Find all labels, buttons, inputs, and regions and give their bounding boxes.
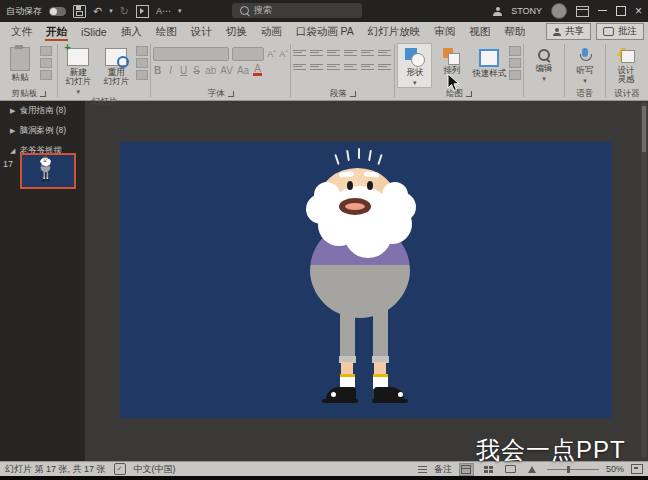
editing-button[interactable]: 编辑 ▾ xyxy=(526,43,562,83)
section-icon[interactable] xyxy=(136,70,148,80)
fit-to-window-icon[interactable] xyxy=(631,464,643,474)
underline-button[interactable]: U xyxy=(179,65,188,76)
cut-icon[interactable] xyxy=(40,46,52,56)
slide-canvas[interactable] xyxy=(120,142,612,418)
shape-fill-icon[interactable] xyxy=(509,46,521,56)
change-case-button[interactable]: Aa xyxy=(237,65,249,76)
increase-indent-icon[interactable] xyxy=(344,47,357,58)
quick-access-extra[interactable]: A⋯ xyxy=(156,6,171,17)
grow-font-icon[interactable]: Aˆ xyxy=(267,49,276,59)
save-icon[interactable] xyxy=(73,5,86,18)
section-list: ▶食用指南 (8)▶脑洞案例 (8)◢老爷爷摇摆 xyxy=(0,101,85,161)
share-button[interactable]: 共享 xyxy=(546,23,591,40)
tab-开始[interactable]: 开始 xyxy=(39,22,74,41)
tab-设计[interactable]: 设计 xyxy=(184,22,219,41)
bullets-icon[interactable] xyxy=(293,47,306,58)
text-shadow-button[interactable]: ab xyxy=(205,65,216,76)
arrange-button[interactable]: 排列 xyxy=(434,43,469,75)
comments-icon xyxy=(603,27,614,36)
tab-插入[interactable]: 插入 xyxy=(114,22,149,41)
reuse-slides-button[interactable]: 重用 幻灯片 xyxy=(98,43,134,86)
title-bar: 自动保存 ↶▾ ↻ A⋯ ▾ 搜索 STONY × xyxy=(0,0,648,22)
tab-文件[interactable]: 文件 xyxy=(4,22,39,41)
smartart-icon[interactable] xyxy=(378,61,391,72)
font-dialog-launcher[interactable] xyxy=(228,91,234,97)
minimize-button[interactable] xyxy=(598,10,607,11)
format-painter-icon[interactable] xyxy=(40,70,52,80)
language-indicator[interactable]: 中文(中国) xyxy=(134,463,176,476)
tab-动画[interactable]: 动画 xyxy=(254,22,289,41)
tab-幻灯片放映[interactable]: 幻灯片放映 xyxy=(361,22,428,41)
font-group: Aˆ Aˇ BIUSabAVAaA 字体 xyxy=(151,41,290,100)
shape-effects-icon[interactable] xyxy=(509,70,521,80)
design-ideas-button[interactable]: 设计 灵感 xyxy=(608,43,644,84)
reset-icon[interactable] xyxy=(136,58,148,68)
customize-quick-access-icon[interactable]: ▾ xyxy=(178,7,182,15)
font-size-combo[interactable] xyxy=(232,47,264,61)
slide-thumbnail[interactable] xyxy=(20,153,76,189)
italic-button[interactable]: I xyxy=(166,65,175,76)
ribbon-tabs: 文件开始iSlide插入绘图设计切换动画口袋动画 PA幻灯片放映审阅视图帮助 xyxy=(4,22,532,41)
comments-button[interactable]: 批注 xyxy=(596,23,644,40)
character-eye xyxy=(46,159,47,160)
undo-dropdown-icon[interactable]: ▾ xyxy=(109,7,113,15)
undo-icon[interactable]: ↶ xyxy=(93,6,102,17)
quick-styles-button[interactable]: 快速样式 xyxy=(472,43,507,78)
numbering-icon[interactable] xyxy=(310,47,323,58)
align-right-icon[interactable] xyxy=(327,61,340,72)
user-name[interactable]: STONY xyxy=(511,6,542,16)
tab-绘图[interactable]: 绘图 xyxy=(149,22,184,41)
copy-icon[interactable] xyxy=(40,58,52,68)
accessibility-checker-icon[interactable]: ✓ xyxy=(114,463,126,475)
section-header[interactable]: ▶脑洞案例 (8) xyxy=(0,121,85,141)
text-direction-icon[interactable] xyxy=(378,47,391,58)
tab-帮助[interactable]: 帮助 xyxy=(497,22,532,41)
layout-icon[interactable] xyxy=(136,46,148,56)
zoom-slider[interactable] xyxy=(547,469,599,470)
paragraph-dialog-launcher[interactable] xyxy=(350,91,356,97)
align-center-icon[interactable] xyxy=(310,61,323,72)
notes-button[interactable]: 备注 xyxy=(434,463,452,476)
clipboard-dialog-launcher[interactable] xyxy=(40,91,46,97)
search-input[interactable]: 搜索 xyxy=(232,3,362,18)
drawing-dialog-launcher[interactable] xyxy=(466,91,472,97)
justify-icon[interactable] xyxy=(344,61,357,72)
dictate-button[interactable]: 听写 ▾ xyxy=(567,43,603,85)
start-slideshow-icon[interactable] xyxy=(136,5,149,18)
paste-button[interactable]: 粘贴 xyxy=(2,43,38,82)
clipboard-group: 粘贴 剪贴板 xyxy=(0,41,57,100)
vertical-scrollbar[interactable] xyxy=(641,103,647,457)
tab-iSlide[interactable]: iSlide xyxy=(74,22,114,41)
new-slide-button[interactable]: 新建 幻灯片 ▾ xyxy=(60,43,96,96)
mouse-cursor xyxy=(447,73,460,96)
hair-strand xyxy=(358,148,360,159)
columns-icon[interactable] xyxy=(361,61,374,72)
avatar[interactable] xyxy=(551,3,567,19)
shapes-button[interactable]: 形状 ▾ xyxy=(397,43,432,88)
shrink-font-icon[interactable]: Aˇ xyxy=(279,49,288,59)
character-eye xyxy=(347,181,353,190)
strikethrough-button[interactable]: S xyxy=(192,65,201,76)
character-shoe-sole xyxy=(372,399,408,403)
align-left-icon[interactable] xyxy=(293,61,306,72)
line-spacing-icon[interactable] xyxy=(361,47,374,58)
reuse-slides-icon xyxy=(105,48,127,66)
font-color-button[interactable]: A xyxy=(253,64,262,76)
normal-view-button[interactable] xyxy=(459,463,474,476)
decrease-indent-icon[interactable] xyxy=(327,47,340,58)
ribbon-display-options-icon[interactable] xyxy=(576,6,589,17)
tab-口袋动画 PA[interactable]: 口袋动画 PA xyxy=(289,22,361,41)
bold-button[interactable]: B xyxy=(153,65,162,76)
shape-outline-icon[interactable] xyxy=(509,58,521,68)
tab-审阅[interactable]: 审阅 xyxy=(427,22,462,41)
design-ideas-icon xyxy=(617,48,635,64)
autosave-toggle[interactable] xyxy=(49,7,66,16)
character-spacing-button[interactable]: AV xyxy=(220,65,233,76)
window-bottom-edge xyxy=(0,476,648,480)
close-button[interactable]: × xyxy=(635,5,642,17)
tab-切换[interactable]: 切换 xyxy=(219,22,254,41)
arrange-icon xyxy=(443,48,461,64)
maximize-button[interactable] xyxy=(616,6,626,16)
tab-视图[interactable]: 视图 xyxy=(462,22,497,41)
font-name-combo[interactable] xyxy=(153,47,229,61)
